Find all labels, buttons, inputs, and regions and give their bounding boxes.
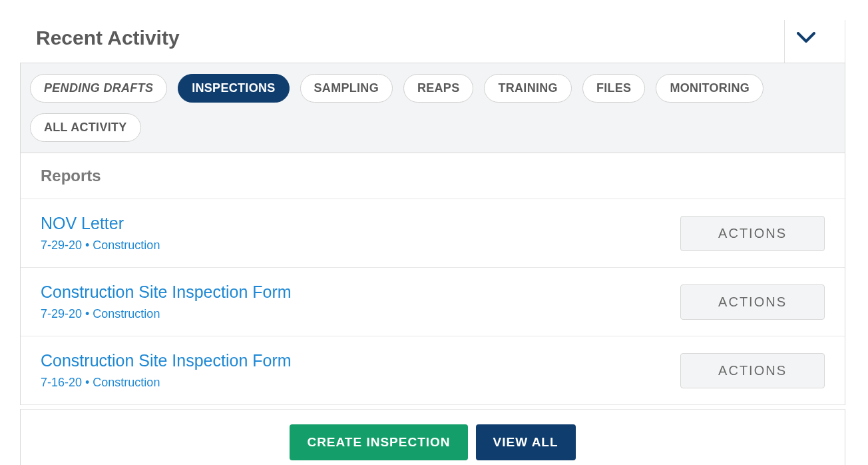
report-row: Construction Site Inspection Form 7-29-2… [21,268,845,336]
tab-training[interactable]: TRAINING [484,74,571,103]
tab-monitoring[interactable]: MONITORING [656,74,763,103]
panel-footer: CREATE INSPECTION VIEW ALL [20,409,845,465]
tab-reaps[interactable]: REAPS [403,74,474,103]
report-info: NOV Letter 7-29-20 • Construction [41,214,160,252]
panel-header: Recent Activity [20,20,845,63]
chevron-down-icon [797,32,815,44]
tab-files[interactable]: FILES [582,74,646,103]
collapse-toggle[interactable] [797,29,815,47]
recent-activity-panel: Recent Activity PENDING DRAFTS INSPECTIO… [20,20,845,465]
tab-inspections[interactable]: INSPECTIONS [178,74,289,103]
content-area: Reports NOV Letter 7-29-20 • Constructio… [20,153,845,405]
report-meta: 7-16-20 • Construction [41,376,292,390]
report-meta: 7-29-20 • Construction [41,238,160,252]
report-info: Construction Site Inspection Form 7-16-2… [41,351,292,390]
report-meta: 7-29-20 • Construction [41,307,292,321]
report-title-link[interactable]: NOV Letter [41,214,160,233]
actions-button[interactable]: ACTIONS [680,353,825,388]
section-heading: Reports [21,153,845,199]
page-title: Recent Activity [36,27,180,49]
tabs-bar: PENDING DRAFTS INSPECTIONS SAMPLING REAP… [20,63,845,153]
actions-button[interactable]: ACTIONS [680,284,825,320]
tab-all-activity[interactable]: ALL ACTIVITY [30,113,141,142]
report-row: NOV Letter 7-29-20 • Construction ACTION… [21,199,845,268]
view-all-button[interactable]: VIEW ALL [476,424,576,460]
tab-sampling[interactable]: SAMPLING [300,74,393,103]
create-inspection-button[interactable]: CREATE INSPECTION [290,424,467,460]
report-info: Construction Site Inspection Form 7-29-2… [41,282,292,321]
tab-pending-drafts[interactable]: PENDING DRAFTS [30,74,167,103]
actions-button[interactable]: ACTIONS [680,216,825,251]
report-title-link[interactable]: Construction Site Inspection Form [41,282,292,302]
report-row: Construction Site Inspection Form 7-16-2… [21,336,845,405]
report-title-link[interactable]: Construction Site Inspection Form [41,351,292,370]
